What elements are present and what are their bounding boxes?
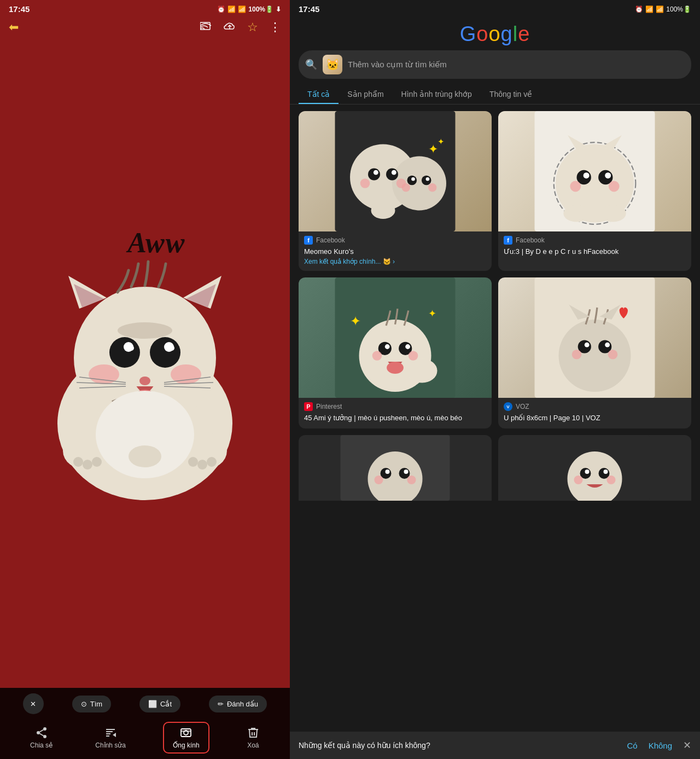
cut-icon: ⬜ xyxy=(148,700,157,708)
close-button[interactable]: ✕ xyxy=(23,693,44,714)
find-icon: ⊙ xyxy=(81,700,87,708)
svg-point-107 xyxy=(375,476,383,484)
mark-button[interactable]: ✏ Đánh dấu xyxy=(209,696,267,712)
feedback-no-button[interactable]: Không xyxy=(649,741,672,750)
svg-point-105 xyxy=(386,470,390,474)
voz-icon: V xyxy=(504,402,512,411)
left-panel: 17:45 ⏰ 📶 📶 100%🔋 ⬇ ⬅ xyxy=(0,0,290,759)
google-o2: o xyxy=(488,22,500,45)
svg-point-84 xyxy=(405,344,410,349)
more-icon[interactable]: ⋮ xyxy=(269,20,281,34)
google-g: G xyxy=(460,22,477,45)
svg-point-28 xyxy=(83,460,92,470)
result-title-2: Ưu:3 | By D e e p C r u s hFacebook xyxy=(504,247,686,257)
wifi-icon: 📶 xyxy=(228,5,236,13)
feedback-actions: Có Không ✕ xyxy=(627,739,691,751)
partial-card-1[interactable] xyxy=(299,435,492,501)
cast-icon[interactable] xyxy=(200,21,212,34)
share-icon xyxy=(35,726,48,739)
svg-text:✦: ✦ xyxy=(438,137,445,146)
result-source-3: P Pinterest xyxy=(304,402,486,411)
google-e: e xyxy=(518,22,530,45)
cat-svg xyxy=(36,237,254,511)
cat-image-1: ✦ ✦ xyxy=(299,111,492,231)
cat-illustration: Aww xyxy=(36,210,254,517)
result-card-3[interactable]: ✦ ✦ P Pinterest 45 Ami ý tưởng | mèo ú p… xyxy=(299,277,492,428)
facebook-icon-2: f xyxy=(504,236,512,245)
lens-icon xyxy=(179,726,192,739)
alarm-icon: ⏰ xyxy=(217,5,225,13)
tab-all[interactable]: Tất cả xyxy=(299,85,339,104)
lens-action[interactable]: Ống kính xyxy=(163,722,209,754)
signal-icon-right: 📶 xyxy=(656,5,664,13)
results-grid: ✦ ✦ f Facebook Meomeo Kuro's Xem kết quả… xyxy=(290,105,700,732)
svg-point-86 xyxy=(409,351,418,361)
status-bar-right: 17:45 ⏰ 📶 📶 100%🔋 xyxy=(290,0,700,16)
svg-point-27 xyxy=(73,457,83,467)
partial-card-2[interactable] xyxy=(498,435,691,501)
result-info-3: P Pinterest 45 Ami ý tưởng | mèo ú pushe… xyxy=(299,398,492,428)
edit-icon xyxy=(104,726,117,739)
svg-point-31 xyxy=(197,460,207,470)
edit-action[interactable]: Chỉnh sửa xyxy=(90,723,131,752)
star-icon[interactable]: ☆ xyxy=(247,20,258,34)
svg-marker-44 xyxy=(113,733,116,737)
feedback-close-button[interactable]: ✕ xyxy=(683,739,691,751)
result-info-1: f Facebook Meomeo Kuro's Xem kết quả khớ… xyxy=(299,231,492,271)
cat-image-3: ✦ ✦ xyxy=(299,277,492,398)
svg-point-17 xyxy=(139,376,150,385)
result-source-2: f Facebook xyxy=(504,236,686,245)
result-info-4: V VOZ U phối 8x6cm | Page 10 | VOZ xyxy=(498,398,691,428)
svg-point-8 xyxy=(118,322,172,339)
google-header: Google xyxy=(290,16,700,50)
result-title-1: Meomeo Kuro's xyxy=(304,247,486,257)
svg-point-60 xyxy=(426,177,430,181)
cut-button[interactable]: ⬜ Cắt xyxy=(139,696,180,712)
result-card-2[interactable]: f Facebook Ưu:3 | By D e e p C r u s hFa… xyxy=(498,111,691,271)
status-icons-left: ⏰ 📶 📶 100%🔋 ⬇ xyxy=(217,5,281,13)
time-left: 17:45 xyxy=(9,4,30,14)
mark-icon: ✏ xyxy=(218,700,224,708)
search-bar[interactable]: 🔍 🐱 Thêm vào cụm từ tìm kiếm xyxy=(299,50,691,79)
tab-info[interactable]: Thông tin về xyxy=(481,85,541,104)
svg-point-97 xyxy=(572,350,582,360)
status-bar-left: 17:45 ⏰ 📶 📶 100%🔋 ⬇ xyxy=(0,0,290,16)
feedback-yes-button[interactable]: Có xyxy=(627,741,637,750)
result-info-2: f Facebook Ưu:3 | By D e e p C r u s hFa… xyxy=(498,231,691,262)
back-button[interactable]: ⬅ xyxy=(9,20,19,34)
svg-line-38 xyxy=(39,734,43,736)
result-source-4: V VOZ xyxy=(504,402,686,411)
svg-point-29 xyxy=(92,457,102,467)
lens-label: Ống kính xyxy=(173,741,199,749)
svg-point-13 xyxy=(129,345,134,351)
svg-point-88 xyxy=(407,359,438,383)
svg-point-34 xyxy=(129,445,161,467)
result-card-4[interactable]: V VOZ U phối 8x6cm | Page 10 | VOZ xyxy=(498,277,691,428)
svg-point-98 xyxy=(608,350,618,360)
tab-matching-images[interactable]: Hình ảnh trùng khớp xyxy=(393,85,481,104)
tab-products[interactable]: Sản phẩm xyxy=(339,85,392,104)
svg-point-51 xyxy=(368,169,380,181)
share-action[interactable]: Chia sẻ xyxy=(25,723,58,752)
bottom-toolbar: ✕ ⊙ Tìm ⬜ Cắt ✏ Đánh dấu xyxy=(0,688,290,759)
alarm-icon-right: ⏰ xyxy=(635,5,643,13)
result-link-1[interactable]: Xem kết quả khớp chính... 🐱 › xyxy=(304,258,486,265)
svg-point-59 xyxy=(411,177,415,181)
partial-image-1 xyxy=(299,435,492,501)
delete-action[interactable]: Xoá xyxy=(241,723,265,752)
svg-point-61 xyxy=(402,183,410,192)
svg-point-54 xyxy=(392,170,396,175)
svg-text:✦: ✦ xyxy=(428,142,438,156)
result-title-4: U phối 8x6cm | Page 10 | VOZ xyxy=(504,413,686,423)
result-image-3: ✦ ✦ xyxy=(299,277,492,398)
svg-point-87 xyxy=(387,362,404,374)
find-button[interactable]: ⊙ Tìm xyxy=(72,696,111,712)
cloud-icon[interactable] xyxy=(223,21,236,34)
partial-image-2 xyxy=(498,435,691,501)
svg-point-10 xyxy=(150,337,180,368)
result-card-1[interactable]: ✦ ✦ f Facebook Meomeo Kuro's Xem kết quả… xyxy=(299,111,492,271)
svg-point-115 xyxy=(574,476,583,484)
svg-point-108 xyxy=(407,476,416,484)
svg-rect-45 xyxy=(181,729,191,737)
download-icon: ⬇ xyxy=(276,5,281,13)
